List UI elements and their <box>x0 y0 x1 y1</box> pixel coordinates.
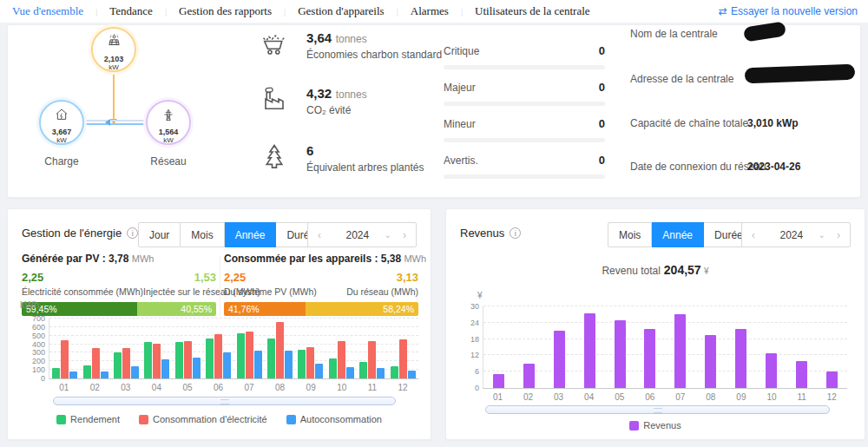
bar[interactable] <box>246 332 253 378</box>
bar-group-04[interactable] <box>584 313 595 388</box>
bar-group-04[interactable] <box>144 342 169 378</box>
year-value[interactable]: 2024 <box>331 229 385 241</box>
bar[interactable] <box>346 367 354 378</box>
bar[interactable] <box>796 361 807 388</box>
bar-group-09[interactable] <box>298 347 323 378</box>
bar[interactable] <box>735 329 746 388</box>
bar[interactable] <box>523 364 535 388</box>
bar[interactable] <box>766 353 777 388</box>
nav-item-overview[interactable]: Vue d'ensemble <box>10 4 95 18</box>
bar[interactable] <box>144 342 152 378</box>
next-year-icon[interactable]: › <box>393 229 416 241</box>
bar[interactable] <box>584 313 595 388</box>
alarm-row-warning[interactable]: Avertis.0 <box>444 154 605 179</box>
chevron-down-icon[interactable]: ⌄ <box>385 230 391 240</box>
bar[interactable] <box>298 350 306 378</box>
bar-group-08[interactable] <box>705 335 716 388</box>
bar[interactable] <box>306 347 314 378</box>
bar[interactable] <box>267 339 275 378</box>
bar[interactable] <box>493 374 504 388</box>
bar[interactable] <box>206 339 214 378</box>
tab-month[interactable]: Mois <box>181 222 224 247</box>
bar[interactable] <box>554 331 565 388</box>
bar-group-03[interactable] <box>554 331 565 388</box>
prev-year-icon[interactable]: ‹ <box>308 229 331 241</box>
bar-group-12[interactable] <box>826 371 838 388</box>
nav-item-plant-users[interactable]: Utilisateurs de la centrale <box>463 4 602 18</box>
bar[interactable] <box>83 365 91 378</box>
nav-item-trend[interactable]: Tendance <box>97 4 165 18</box>
bar[interactable] <box>214 334 222 378</box>
bar-group-11[interactable] <box>359 341 385 378</box>
next-year-icon[interactable]: › <box>827 229 850 241</box>
bar-group-01[interactable] <box>52 340 77 378</box>
alarm-row-critical[interactable]: Critique0 <box>444 44 605 69</box>
bar-group-02[interactable] <box>83 348 108 378</box>
bar[interactable] <box>285 351 293 378</box>
bar[interactable] <box>175 342 183 378</box>
bar[interactable] <box>368 341 376 378</box>
bar[interactable] <box>161 359 169 378</box>
bar[interactable] <box>315 364 323 378</box>
tab-year[interactable]: Année <box>652 222 704 247</box>
bar[interactable] <box>223 352 231 378</box>
bar-group-06[interactable] <box>206 334 231 378</box>
nav-item-devices[interactable]: Gestion d'appareils <box>286 4 396 18</box>
bar-group-05[interactable] <box>175 341 201 378</box>
bar[interactable] <box>674 314 686 388</box>
info-icon[interactable]: i <box>510 227 521 239</box>
bar[interactable] <box>644 329 655 388</box>
bar[interactable] <box>377 368 385 378</box>
bar-group-01[interactable] <box>493 374 504 388</box>
chevron-down-icon[interactable]: ⌄ <box>819 230 825 240</box>
bar[interactable] <box>408 371 416 378</box>
tab-year[interactable]: Année <box>225 222 277 247</box>
prev-year-icon[interactable]: ‹ <box>742 229 765 241</box>
bar[interactable] <box>114 352 122 378</box>
bar-group-05[interactable] <box>615 320 626 388</box>
alarm-row-major[interactable]: Majeur0 <box>444 81 605 106</box>
bar[interactable] <box>131 366 139 378</box>
bar[interactable] <box>391 366 398 378</box>
bar[interactable] <box>338 341 345 378</box>
bar[interactable] <box>101 371 108 378</box>
bar[interactable] <box>615 320 626 388</box>
bar-group-06[interactable] <box>644 329 655 388</box>
bar[interactable] <box>184 341 192 378</box>
bar-group-11[interactable] <box>796 361 807 388</box>
bar-group-03[interactable] <box>114 348 139 378</box>
bar[interactable] <box>69 371 77 378</box>
legend-item[interactable]: Revenus <box>629 420 681 431</box>
bar[interactable] <box>705 335 716 388</box>
tab-day[interactable]: Jour <box>138 222 181 247</box>
year-value[interactable]: 2024 <box>765 229 819 241</box>
energy-chart-scrollbar[interactable] <box>53 397 396 405</box>
bar[interactable] <box>193 358 201 378</box>
tab-month[interactable]: Mois <box>608 222 652 247</box>
info-icon[interactable]: i <box>127 227 138 239</box>
bar[interactable] <box>237 333 245 378</box>
bar[interactable] <box>52 368 60 378</box>
bar-group-07[interactable] <box>237 332 262 378</box>
bar[interactable] <box>826 371 838 388</box>
bar[interactable] <box>329 358 337 378</box>
bar[interactable] <box>61 340 69 378</box>
nav-item-alarms[interactable]: Alarmes <box>398 4 461 18</box>
alarm-row-minor[interactable]: Mineur0 <box>444 117 605 142</box>
legend-item[interactable]: Consommation d'électricité <box>139 414 267 424</box>
bar[interactable] <box>276 322 284 378</box>
try-new-version-link[interactable]: ⇄ Essayer la nouvelle version <box>719 5 858 17</box>
legend-item[interactable]: Autoconsommation <box>286 414 382 424</box>
bar-group-07[interactable] <box>674 314 686 388</box>
grid-node[interactable]: 1,564 kW <box>146 100 191 145</box>
pv-node[interactable]: 2,103 kW <box>91 27 136 72</box>
bar[interactable] <box>359 362 367 378</box>
bar-group-10[interactable] <box>766 353 777 388</box>
bar[interactable] <box>122 348 130 378</box>
bar[interactable] <box>153 344 161 378</box>
legend-item[interactable]: Rendement <box>56 414 120 424</box>
bar[interactable] <box>399 339 407 378</box>
bar-group-08[interactable] <box>267 322 293 378</box>
bar-group-10[interactable] <box>329 341 354 378</box>
load-node[interactable]: 3,667 kW <box>39 100 84 145</box>
